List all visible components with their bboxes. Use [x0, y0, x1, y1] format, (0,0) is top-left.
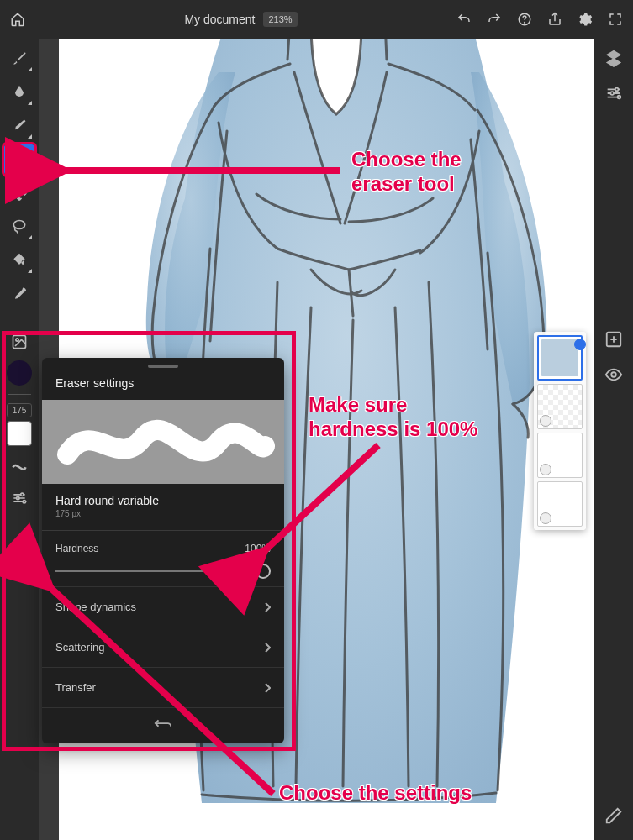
help-icon[interactable]	[517, 12, 532, 27]
adjustments-icon[interactable]	[604, 84, 623, 102]
layer-thumb[interactable]	[537, 384, 583, 429]
svg-point-10	[610, 92, 614, 95]
layer-thumb[interactable]	[537, 335, 583, 381]
brush-tool[interactable]	[4, 44, 34, 74]
svg-point-5	[16, 339, 18, 341]
visibility-icon[interactable]	[604, 365, 623, 384]
svg-point-6	[21, 493, 24, 496]
undo-icon[interactable]	[456, 12, 472, 27]
layers-icon[interactable]	[604, 49, 623, 67]
gear-icon[interactable]	[578, 12, 593, 27]
home-icon[interactable]	[10, 12, 25, 27]
arrow-to-eraser	[42, 155, 345, 192]
add-icon[interactable]	[604, 330, 623, 349]
smudge-tool[interactable]	[4, 77, 34, 108]
paint-tool[interactable]	[4, 111, 34, 141]
svg-point-3	[13, 221, 24, 229]
foreground-color[interactable]	[7, 360, 32, 386]
fill-tool[interactable]	[4, 245, 34, 276]
image-icon[interactable]	[4, 327, 34, 357]
redo-icon[interactable]	[487, 12, 502, 27]
fullscreen-icon[interactable]	[608, 12, 623, 27]
brush-curve-icon[interactable]	[4, 449, 34, 480]
annotation-choose-eraser: Choose the eraser tool	[351, 148, 462, 197]
brush-size: 175 px	[55, 509, 271, 518]
annotation-choose-settings: Choose the settings	[279, 781, 472, 806]
eraser-tool[interactable]	[4, 144, 34, 175]
layer-thumb[interactable]	[537, 433, 583, 478]
document-title: My document	[184, 13, 255, 26]
svg-point-8	[23, 501, 25, 503]
svg-line-15	[261, 445, 378, 554]
share-icon[interactable]	[547, 12, 562, 27]
arrow-to-hardness	[244, 437, 395, 575]
layer-thumbnails	[534, 332, 586, 530]
eyedropper-tool[interactable]	[4, 279, 34, 309]
svg-rect-2	[13, 164, 19, 166]
layer-thumb[interactable]	[537, 481, 583, 527]
svg-line-16	[46, 584, 273, 794]
lasso-tool[interactable]	[4, 212, 34, 242]
brush-settings-icon[interactable]	[4, 483, 34, 513]
svg-point-11	[618, 96, 621, 99]
panel-title: Eraser settings	[42, 371, 284, 400]
svg-point-13	[611, 373, 616, 378]
right-toolbar	[594, 39, 633, 840]
brush-color-swatch[interactable]	[7, 421, 32, 446]
svg-point-7	[17, 496, 19, 499]
topbar: My document 213%	[0, 0, 633, 39]
arrow-to-settings	[29, 571, 282, 810]
hardness-label: Hardness	[55, 543, 98, 554]
panel-drag-handle[interactable]	[148, 365, 178, 368]
annotation-hardness: Make sure hardness is 100%	[309, 393, 477, 442]
brush-name: Hard round variable	[55, 494, 271, 507]
toolbar-separator	[8, 394, 31, 395]
svg-point-9	[615, 88, 619, 92]
toolbar-separator	[8, 318, 31, 318]
svg-point-1	[525, 22, 525, 23]
zoom-badge[interactable]: 213%	[263, 12, 297, 27]
move-tool[interactable]	[4, 178, 34, 208]
brush-size-label[interactable]: 175	[7, 403, 32, 417]
pencil-icon[interactable]	[604, 806, 623, 825]
